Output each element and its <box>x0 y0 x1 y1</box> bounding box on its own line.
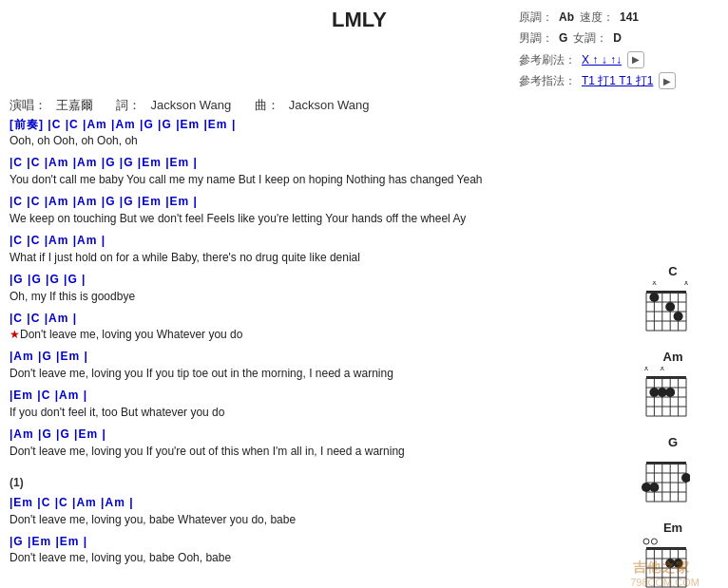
section-chorus1c: |Em |C |Am |If you don't feel it, too Bu… <box>10 388 633 421</box>
chord-line: |G |Em |Em | <box>10 534 633 550</box>
lyric-line: Don't leave me, loving you, babe Whateve… <box>10 511 633 528</box>
chord-diagram-am: Amxx <box>635 350 711 422</box>
svg-point-18 <box>665 302 675 312</box>
chord-diagram-g: G <box>635 435 711 507</box>
svg-point-64 <box>643 539 649 544</box>
section-section2_label: (1) <box>10 476 633 489</box>
svg-point-36 <box>665 388 675 397</box>
strum-play-button[interactable]: ▶ <box>627 51 644 68</box>
key-gender-line: 男調： G 女調： D <box>519 28 718 47</box>
chord-diagrams: CxxAmxxGEm <box>635 264 711 588</box>
chord-line: |C |C |Am | <box>10 311 633 327</box>
chord-name: C <box>635 264 711 278</box>
pick-val: T1 打1 T1 打1 <box>582 71 653 90</box>
lyric-line: Oh, my If this is goodbye <box>10 288 633 305</box>
lyrics-chords-area: [前奏] |C |C |Am |Am |G |G |Em |Em |Ooh, o… <box>10 117 718 567</box>
lyric-line: You don't call me baby You call me my na… <box>10 171 633 188</box>
lyric-line: Ooh, oh Ooh, oh Ooh, oh <box>10 132 633 149</box>
strum-label: 參考刷法： <box>519 50 576 69</box>
chord-line: |Em |C |C |Am |Am | <box>10 495 633 511</box>
female-key-label: 女調： <box>573 28 607 47</box>
section-chorus1d: |Am |G |G |Em |Don't leave me, loving yo… <box>10 427 633 460</box>
lyric-line: Don't leave me, loving you If you tip to… <box>10 365 633 382</box>
svg-point-49 <box>681 473 690 483</box>
lyric-line: Don't leave me, loving you, babe Ooh, ba… <box>10 549 633 566</box>
pick-label: 參考指法： <box>519 71 576 90</box>
chord-diagram-em: Em <box>635 521 711 588</box>
section-chorus1b: |Am |G |Em |Don't leave me, loving you I… <box>10 349 633 382</box>
section-verse1: |C |C |Am |Am |G |G |Em |Em |You don't c… <box>10 155 633 188</box>
meta-info: 演唱：王嘉爾 詞：Jackson Wang 曲：Jackson Wang <box>10 97 718 114</box>
section-verse4: |G |G |G |G |Oh, my If this is goodbye <box>10 272 633 305</box>
male-key-val: G <box>559 28 567 47</box>
section-verse2: |C |C |Am |Am |G |G |Em |Em |We keep on … <box>10 194 633 227</box>
chord-line: |C |C |Am |Am |G |G |Em |Em | <box>10 194 633 210</box>
section-section2a: |Em |C |C |Am |Am |Don't leave me, lovin… <box>10 495 633 528</box>
singer-val: 王嘉爾 <box>56 98 93 112</box>
chord-line: |G |G |G |G | <box>10 272 633 288</box>
lyric-line: We keep on touching But we don't feel Fe… <box>10 210 633 227</box>
section-intro: [前奏] |C |C |Am |Am |G |G |Em |Em |Ooh, o… <box>10 117 633 150</box>
tempo-val: 141 <box>620 8 639 27</box>
chord-line: |Am |G |Em | <box>10 349 633 365</box>
original-key-val: Ab <box>559 8 574 27</box>
strum-line: 參考刷法： X ↑ ↓ ↑↓ ▶ <box>519 50 718 69</box>
chord-line: |Am |G |G |Em | <box>10 427 633 443</box>
header: LMLY 原調： Ab 速度： 141 男調： G 女調： D 參考刷法： X … <box>10 8 718 93</box>
svg-text:x: x <box>652 281 657 287</box>
song-title: LMLY <box>200 8 519 32</box>
title-block: LMLY <box>200 8 519 32</box>
section-section2b: |G |Em |Em |Don't leave me, loving you, … <box>10 534 633 567</box>
female-key-val: D <box>613 28 622 47</box>
section-blank1 <box>10 465 633 470</box>
svg-text:x: x <box>644 367 649 372</box>
section-verse3: |C |C |Am |Am |What if I just hold on fo… <box>10 233 633 266</box>
pick-play-button[interactable]: ▶ <box>659 72 676 89</box>
section-label-1: (1) <box>10 476 633 489</box>
chord-name: Am <box>635 350 711 364</box>
music-val: Jackson Wang <box>289 98 370 112</box>
chord-line: |C |C |Am |Am | <box>10 233 633 249</box>
svg-point-51 <box>649 483 659 492</box>
tempo-label: 速度： <box>580 8 614 27</box>
chord-name: Em <box>635 521 711 535</box>
chord-line: |Em |C |Am | <box>10 388 633 404</box>
right-info: 原調： Ab 速度： 141 男調： G 女調： D 參考刷法： X ↑ ↓ ↑… <box>519 8 718 93</box>
chord-name: G <box>635 435 711 449</box>
male-key-label: 男調： <box>519 28 553 47</box>
svg-point-65 <box>651 539 657 544</box>
chord-line: |C |C |Am |Am |G |G |Em |Em | <box>10 155 633 171</box>
svg-point-19 <box>674 312 683 321</box>
lyric-line: What if I just hold on for a while Baby,… <box>10 249 633 266</box>
svg-point-17 <box>649 293 659 302</box>
section-chorus1a: |C |C |Am |★Don't leave me, loving you W… <box>10 311 633 344</box>
chord-line: [前奏] |C |C |Am |Am |G |G |Em |Em | <box>10 117 633 133</box>
original-key-label: 原調： <box>519 8 553 27</box>
svg-point-67 <box>674 559 683 568</box>
lyric-line: ★Don't leave me, loving you Whatever you… <box>10 326 633 343</box>
lyric-line: Don't leave me, loving you If you're out… <box>10 443 633 460</box>
words-label: 詞： <box>116 98 141 112</box>
lyric-line: If you don't feel it, too But whatever y… <box>10 404 633 421</box>
svg-text:x: x <box>661 367 665 372</box>
music-label: 曲： <box>255 98 279 112</box>
svg-text:x: x <box>684 281 689 287</box>
singer-label: 演唱： <box>10 98 47 112</box>
chord-diagram-c: Cxx <box>635 264 711 336</box>
words-val: Jackson Wang <box>150 98 231 112</box>
pick-line: 參考指法： T1 打1 T1 打1 ▶ <box>519 71 718 90</box>
strum-val: X ↑ ↓ ↑↓ <box>582 50 622 69</box>
key-tempo-line: 原調： Ab 速度： 141 <box>519 8 718 27</box>
